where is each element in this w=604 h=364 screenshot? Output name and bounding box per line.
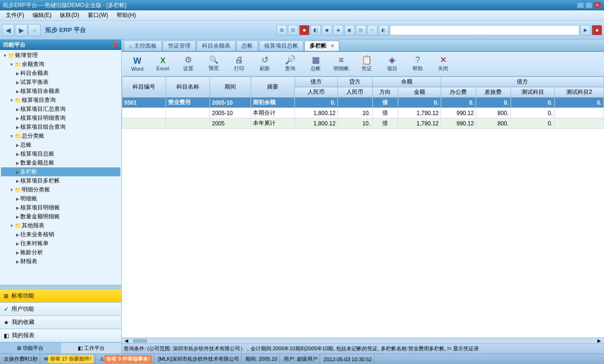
tab-project-ledger[interactable]: 核算项目总帐 bbox=[259, 41, 303, 51]
forward-button[interactable]: ▶ bbox=[15, 24, 27, 36]
table-row[interactable]: 2005 本年累计 1,800.12 10. 借 1,790.12 990.12… bbox=[122, 118, 604, 129]
address-bar[interactable] bbox=[390, 25, 579, 35]
setup-button[interactable]: ⚙ 设置 bbox=[176, 53, 200, 75]
tree-node-核算项目余额表[interactable]: ▶核算项目余额表 bbox=[1, 87, 120, 96]
back-button[interactable]: ◀ bbox=[2, 24, 14, 36]
tree-node-总分类账[interactable]: ▼📁总分类账 bbox=[1, 132, 120, 141]
toolbar-icon-5[interactable]: ◆ bbox=[322, 25, 332, 35]
sidebar-nav-tabs: ⊞ 功能平台 ◧ 工作平台 bbox=[0, 342, 121, 354]
tree-node-核算项目明细账[interactable]: ▶核算项目明细账 bbox=[1, 203, 120, 212]
nav-tab-work-platform[interactable]: ◧ 工作平台 bbox=[61, 343, 121, 354]
tree-node-核算项目组合查询[interactable]: ▶核算项目组合查询 bbox=[1, 123, 120, 132]
toolbar-icon-8[interactable]: ◎ bbox=[356, 25, 366, 35]
tree-node-数量金额总账[interactable]: ▶数量金额总账 bbox=[1, 158, 120, 167]
tree-node-试算平衡表[interactable]: ▶试算平衡表 bbox=[1, 78, 120, 87]
tab-dashboard[interactable]: ⌂ 主控面板 bbox=[124, 41, 162, 51]
tree-node-核算项目明细查询[interactable]: ▶核算项目明细查询 bbox=[1, 114, 120, 123]
cell-code: 5501 bbox=[122, 98, 166, 108]
home-button[interactable]: ⌂ bbox=[28, 24, 41, 36]
tree-node-财报表[interactable]: ▶财报表 bbox=[1, 257, 120, 266]
sidebar-horizontal-scroll[interactable] bbox=[0, 285, 121, 290]
help-button[interactable]: ? 帮助 bbox=[406, 53, 429, 75]
sidebar-tab-favorites[interactable]: ★ 我的收藏 bbox=[0, 316, 121, 329]
detail-ledger-button[interactable]: ≡ 明细帐 bbox=[329, 53, 353, 75]
sidebar-tab-user[interactable]: ✓ 用户功能 bbox=[0, 303, 121, 316]
tree-node-余额查询[interactable]: ▼📁余额查询 bbox=[1, 60, 120, 69]
menu-edit[interactable]: 编辑(E) bbox=[29, 10, 55, 20]
toolbar-icon-6[interactable]: ◈ bbox=[333, 25, 344, 35]
tree-node-科目余额表[interactable]: ▶科目余额表 bbox=[1, 69, 120, 78]
cell-code bbox=[122, 118, 166, 129]
tree-node-核算项目查询[interactable]: ▼📁核算项目查询 bbox=[1, 96, 120, 105]
table-header-row: 科目编号 科目名称 期间 摘要 借方 贷方 余额 借方 bbox=[122, 77, 604, 87]
menu-link[interactable]: 纵联(D) bbox=[56, 10, 83, 20]
help-icon: ? bbox=[415, 56, 420, 64]
ledger-label: 总帐 bbox=[310, 65, 321, 72]
tab-voucher-manage[interactable]: 凭证管理 bbox=[163, 41, 196, 51]
ledger-button[interactable]: ▦ 总帐 bbox=[304, 53, 327, 75]
table-row[interactable]: 2005-10 本期合计 1,800.12 10. 借 1,790.12 990… bbox=[122, 108, 604, 118]
tree-node-账龄分析[interactable]: ▶账龄分析 bbox=[1, 248, 120, 257]
logo: 拓步 ERP 平台 bbox=[45, 26, 86, 34]
tree-node-多栏帐[interactable]: ▶多栏帐 bbox=[1, 167, 120, 176]
toolbar-icon-4[interactable]: ◧ bbox=[310, 25, 321, 35]
refresh-icon: ↺ bbox=[261, 56, 268, 64]
table-row[interactable]: 5501 营业费用 2005-10 期初余额 0. 借 0. 0. 0. 0. … bbox=[122, 98, 604, 108]
tree-node-数量金额明细账[interactable]: ▶数量金额明细账 bbox=[1, 212, 120, 221]
menu-window[interactable]: 窗口(W) bbox=[84, 10, 112, 20]
bottombar-mail[interactable]: ✉ 你有 27 份新邮件! bbox=[42, 354, 96, 364]
voucher-button[interactable]: 📋 凭证 bbox=[355, 53, 378, 75]
tree-node-label: 往来对账单 bbox=[20, 240, 49, 248]
word-button[interactable]: W Word bbox=[126, 53, 149, 75]
preview-button[interactable]: 🔍 预览 bbox=[202, 53, 226, 75]
toolbar-icon-2[interactable]: ⊟ bbox=[288, 25, 298, 35]
tab-general-ledger[interactable]: 总帐 bbox=[236, 41, 258, 51]
tab-subject-balance[interactable]: 科目余额表 bbox=[197, 41, 235, 51]
close-action-button[interactable]: ✕ 关闭 bbox=[431, 53, 455, 75]
toolbar-icon-7[interactable]: ◉ bbox=[344, 25, 355, 35]
close-window-button[interactable]: ✕ bbox=[594, 2, 601, 8]
refresh-button[interactable]: ↺ 刷新 bbox=[253, 53, 277, 75]
tree-node-往来对账单[interactable]: ▶往来对账单 bbox=[1, 239, 120, 248]
go-button[interactable]: ▶ bbox=[580, 25, 591, 35]
tab-multi-column[interactable]: 多栏帐 ✕ bbox=[304, 41, 339, 51]
sidebar-tab-standard[interactable]: ⊞ 标准功能 bbox=[0, 290, 121, 303]
close-action-label: 关闭 bbox=[438, 65, 448, 72]
time-text: 2012-05-03 10:30:52 bbox=[324, 356, 372, 362]
tree-node-明细账[interactable]: ▶明细账 bbox=[1, 194, 120, 203]
menu-file[interactable]: 文件(F) bbox=[2, 10, 28, 20]
minimize-button[interactable]: ─ bbox=[577, 2, 584, 8]
print-button[interactable]: 🖨 打印 bbox=[227, 53, 251, 75]
status-query-text: 查询条件: (公司范围: 深圳市拓步软件技术有限公司），会计期间:2005年10… bbox=[124, 345, 479, 352]
sidebar-tab-reports[interactable]: ◧ 我的报表 bbox=[0, 329, 121, 342]
tree-node-核算项目汇总查询[interactable]: ▶核算项目汇总查询 bbox=[1, 105, 120, 114]
tree-node-往来业务核销[interactable]: ▶往来业务核销 bbox=[1, 230, 120, 239]
tree-node-核算项目多栏帐[interactable]: ▶核算项目多栏帐 bbox=[1, 176, 120, 185]
sidebar-pin-icon[interactable]: 📌 bbox=[111, 41, 118, 48]
toolbar-icon-10[interactable]: ◐ bbox=[378, 25, 389, 35]
tree-arrow-icon: ▼ bbox=[3, 53, 7, 58]
scroll-thumb[interactable] bbox=[133, 339, 147, 343]
maximize-button[interactable]: □ bbox=[585, 2, 593, 8]
stop-button[interactable]: ■ bbox=[592, 25, 602, 35]
sidebar-tree[interactable]: ▼📁账簿管理▼📁余额查询▶科目余额表▶试算平衡表▶核算项目余额表▼📁核算项目查询… bbox=[0, 50, 121, 285]
tree-node-其他报表[interactable]: ▼📁其他报表 bbox=[1, 221, 120, 230]
tree-node-核算项目总账[interactable]: ▶核算项目总账 bbox=[1, 149, 120, 158]
bottombar-voucher[interactable]: ⚠ 你有 0 件审核事务! bbox=[98, 354, 154, 364]
tree-arrow-icon: ▼ bbox=[9, 98, 14, 103]
toolbar-icon-1[interactable]: ⊞ bbox=[277, 25, 287, 35]
tree-node-账簿管理[interactable]: ▼📁账簿管理 bbox=[1, 51, 120, 60]
tree-node-总账[interactable]: ▶总账 bbox=[1, 141, 120, 149]
query-button[interactable]: 🔎 查询 bbox=[278, 53, 302, 75]
toolbar-icon-9[interactable]: ○ bbox=[367, 25, 378, 35]
tab-multi-column-close[interactable]: ✕ bbox=[330, 43, 334, 49]
tree-node-明细分类账[interactable]: ▼📁明细分类账 bbox=[1, 185, 120, 194]
toolbar-icon-3[interactable]: ■ bbox=[299, 25, 310, 35]
excel-button[interactable]: X Excel bbox=[151, 53, 175, 75]
nav-tab-function-platform[interactable]: ⊞ 功能平台 bbox=[0, 343, 61, 354]
horizontal-scrollbar[interactable]: ◀ ▶ bbox=[122, 338, 604, 343]
menu-help[interactable]: 帮助(H) bbox=[113, 10, 140, 20]
tree-leaf-arrow-icon: ▶ bbox=[16, 197, 19, 201]
project-button[interactable]: ◈ 项目 bbox=[380, 53, 404, 75]
data-table-area[interactable]: 科目编号 科目名称 期间 摘要 借方 贷方 余额 借方 人民币 人民币 方向 金… bbox=[122, 76, 604, 338]
